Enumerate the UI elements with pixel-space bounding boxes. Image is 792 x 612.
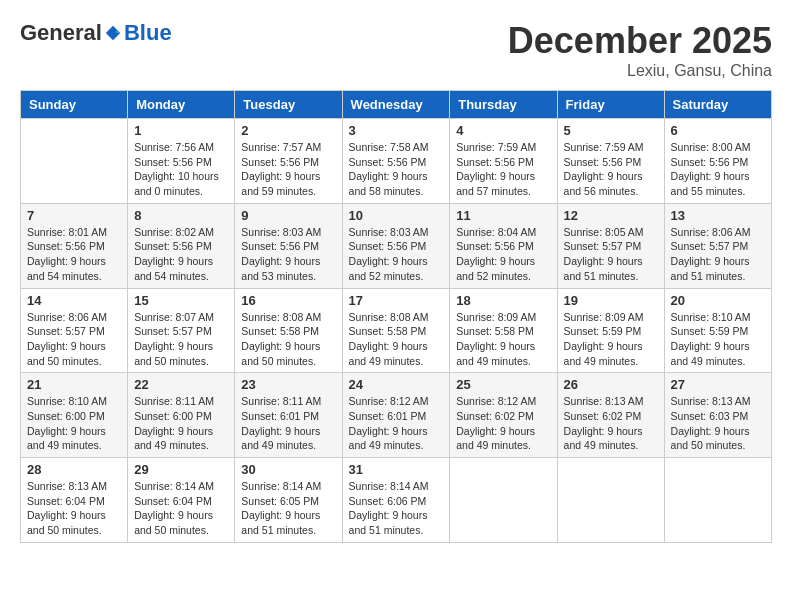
day-info: Sunrise: 8:06 AM Sunset: 5:57 PM Dayligh… [671, 225, 765, 284]
day-number: 30 [241, 462, 335, 477]
calendar-cell: 3Sunrise: 7:58 AM Sunset: 5:56 PM Daylig… [342, 119, 450, 204]
logo: General Blue [20, 20, 172, 46]
day-info: Sunrise: 8:08 AM Sunset: 5:58 PM Dayligh… [241, 310, 335, 369]
day-info: Sunrise: 8:13 AM Sunset: 6:03 PM Dayligh… [671, 394, 765, 453]
logo-general: General [20, 20, 102, 46]
calendar-cell: 24Sunrise: 8:12 AM Sunset: 6:01 PM Dayli… [342, 373, 450, 458]
calendar-cell: 31Sunrise: 8:14 AM Sunset: 6:06 PM Dayli… [342, 458, 450, 543]
day-number: 31 [349, 462, 444, 477]
column-header-wednesday: Wednesday [342, 91, 450, 119]
day-number: 17 [349, 293, 444, 308]
day-number: 18 [456, 293, 550, 308]
day-number: 19 [564, 293, 658, 308]
day-info: Sunrise: 8:14 AM Sunset: 6:06 PM Dayligh… [349, 479, 444, 538]
day-info: Sunrise: 7:59 AM Sunset: 5:56 PM Dayligh… [564, 140, 658, 199]
calendar-cell: 1Sunrise: 7:56 AM Sunset: 5:56 PM Daylig… [128, 119, 235, 204]
calendar-cell: 26Sunrise: 8:13 AM Sunset: 6:02 PM Dayli… [557, 373, 664, 458]
calendar-cell [557, 458, 664, 543]
day-info: Sunrise: 8:03 AM Sunset: 5:56 PM Dayligh… [349, 225, 444, 284]
calendar-cell: 17Sunrise: 8:08 AM Sunset: 5:58 PM Dayli… [342, 288, 450, 373]
day-info: Sunrise: 8:12 AM Sunset: 6:01 PM Dayligh… [349, 394, 444, 453]
day-number: 29 [134, 462, 228, 477]
calendar-cell: 6Sunrise: 8:00 AM Sunset: 5:56 PM Daylig… [664, 119, 771, 204]
day-info: Sunrise: 8:13 AM Sunset: 6:02 PM Dayligh… [564, 394, 658, 453]
day-info: Sunrise: 8:06 AM Sunset: 5:57 PM Dayligh… [27, 310, 121, 369]
day-number: 24 [349, 377, 444, 392]
calendar-cell: 9Sunrise: 8:03 AM Sunset: 5:56 PM Daylig… [235, 203, 342, 288]
column-header-tuesday: Tuesday [235, 91, 342, 119]
week-row-2: 7Sunrise: 8:01 AM Sunset: 5:56 PM Daylig… [21, 203, 772, 288]
day-number: 25 [456, 377, 550, 392]
day-info: Sunrise: 8:08 AM Sunset: 5:58 PM Dayligh… [349, 310, 444, 369]
title-block: December 2025 Lexiu, Gansu, China [508, 20, 772, 80]
day-number: 15 [134, 293, 228, 308]
calendar-cell: 28Sunrise: 8:13 AM Sunset: 6:04 PM Dayli… [21, 458, 128, 543]
calendar-cell: 8Sunrise: 8:02 AM Sunset: 5:56 PM Daylig… [128, 203, 235, 288]
day-number: 21 [27, 377, 121, 392]
calendar-cell: 23Sunrise: 8:11 AM Sunset: 6:01 PM Dayli… [235, 373, 342, 458]
week-row-1: 1Sunrise: 7:56 AM Sunset: 5:56 PM Daylig… [21, 119, 772, 204]
calendar-cell: 30Sunrise: 8:14 AM Sunset: 6:05 PM Dayli… [235, 458, 342, 543]
day-info: Sunrise: 8:14 AM Sunset: 6:05 PM Dayligh… [241, 479, 335, 538]
day-info: Sunrise: 8:13 AM Sunset: 6:04 PM Dayligh… [27, 479, 121, 538]
calendar-cell: 12Sunrise: 8:05 AM Sunset: 5:57 PM Dayli… [557, 203, 664, 288]
calendar-cell: 21Sunrise: 8:10 AM Sunset: 6:00 PM Dayli… [21, 373, 128, 458]
day-number: 9 [241, 208, 335, 223]
column-header-thursday: Thursday [450, 91, 557, 119]
day-info: Sunrise: 8:09 AM Sunset: 5:59 PM Dayligh… [564, 310, 658, 369]
calendar-cell: 29Sunrise: 8:14 AM Sunset: 6:04 PM Dayli… [128, 458, 235, 543]
day-info: Sunrise: 8:05 AM Sunset: 5:57 PM Dayligh… [564, 225, 658, 284]
day-number: 4 [456, 123, 550, 138]
day-number: 10 [349, 208, 444, 223]
day-number: 20 [671, 293, 765, 308]
calendar-cell: 4Sunrise: 7:59 AM Sunset: 5:56 PM Daylig… [450, 119, 557, 204]
week-row-4: 21Sunrise: 8:10 AM Sunset: 6:00 PM Dayli… [21, 373, 772, 458]
day-info: Sunrise: 8:14 AM Sunset: 6:04 PM Dayligh… [134, 479, 228, 538]
page-header: General Blue December 2025 Lexiu, Gansu,… [20, 20, 772, 80]
calendar-table: SundayMondayTuesdayWednesdayThursdayFrid… [20, 90, 772, 543]
day-number: 28 [27, 462, 121, 477]
day-info: Sunrise: 8:09 AM Sunset: 5:58 PM Dayligh… [456, 310, 550, 369]
calendar-cell: 27Sunrise: 8:13 AM Sunset: 6:03 PM Dayli… [664, 373, 771, 458]
day-number: 26 [564, 377, 658, 392]
day-info: Sunrise: 8:02 AM Sunset: 5:56 PM Dayligh… [134, 225, 228, 284]
calendar-cell: 2Sunrise: 7:57 AM Sunset: 5:56 PM Daylig… [235, 119, 342, 204]
calendar-cell: 25Sunrise: 8:12 AM Sunset: 6:02 PM Dayli… [450, 373, 557, 458]
day-info: Sunrise: 8:11 AM Sunset: 6:01 PM Dayligh… [241, 394, 335, 453]
calendar-cell: 7Sunrise: 8:01 AM Sunset: 5:56 PM Daylig… [21, 203, 128, 288]
week-row-5: 28Sunrise: 8:13 AM Sunset: 6:04 PM Dayli… [21, 458, 772, 543]
logo-icon [104, 24, 122, 42]
day-info: Sunrise: 8:10 AM Sunset: 5:59 PM Dayligh… [671, 310, 765, 369]
day-number: 22 [134, 377, 228, 392]
calendar-cell: 18Sunrise: 8:09 AM Sunset: 5:58 PM Dayli… [450, 288, 557, 373]
calendar-cell: 16Sunrise: 8:08 AM Sunset: 5:58 PM Dayli… [235, 288, 342, 373]
calendar-cell: 10Sunrise: 8:03 AM Sunset: 5:56 PM Dayli… [342, 203, 450, 288]
day-number: 12 [564, 208, 658, 223]
calendar-cell: 22Sunrise: 8:11 AM Sunset: 6:00 PM Dayli… [128, 373, 235, 458]
day-number: 2 [241, 123, 335, 138]
day-info: Sunrise: 8:12 AM Sunset: 6:02 PM Dayligh… [456, 394, 550, 453]
day-number: 13 [671, 208, 765, 223]
day-info: Sunrise: 8:11 AM Sunset: 6:00 PM Dayligh… [134, 394, 228, 453]
day-number: 16 [241, 293, 335, 308]
calendar-cell: 11Sunrise: 8:04 AM Sunset: 5:56 PM Dayli… [450, 203, 557, 288]
calendar-cell: 13Sunrise: 8:06 AM Sunset: 5:57 PM Dayli… [664, 203, 771, 288]
day-info: Sunrise: 8:03 AM Sunset: 5:56 PM Dayligh… [241, 225, 335, 284]
day-info: Sunrise: 7:56 AM Sunset: 5:56 PM Dayligh… [134, 140, 228, 199]
day-number: 3 [349, 123, 444, 138]
column-header-monday: Monday [128, 91, 235, 119]
day-number: 1 [134, 123, 228, 138]
calendar-cell: 5Sunrise: 7:59 AM Sunset: 5:56 PM Daylig… [557, 119, 664, 204]
day-info: Sunrise: 7:59 AM Sunset: 5:56 PM Dayligh… [456, 140, 550, 199]
day-info: Sunrise: 8:01 AM Sunset: 5:56 PM Dayligh… [27, 225, 121, 284]
day-info: Sunrise: 7:58 AM Sunset: 5:56 PM Dayligh… [349, 140, 444, 199]
day-info: Sunrise: 7:57 AM Sunset: 5:56 PM Dayligh… [241, 140, 335, 199]
day-number: 8 [134, 208, 228, 223]
logo-blue: Blue [124, 20, 172, 46]
location: Lexiu, Gansu, China [508, 62, 772, 80]
day-number: 14 [27, 293, 121, 308]
day-number: 23 [241, 377, 335, 392]
week-row-3: 14Sunrise: 8:06 AM Sunset: 5:57 PM Dayli… [21, 288, 772, 373]
calendar-cell: 19Sunrise: 8:09 AM Sunset: 5:59 PM Dayli… [557, 288, 664, 373]
month-title: December 2025 [508, 20, 772, 62]
